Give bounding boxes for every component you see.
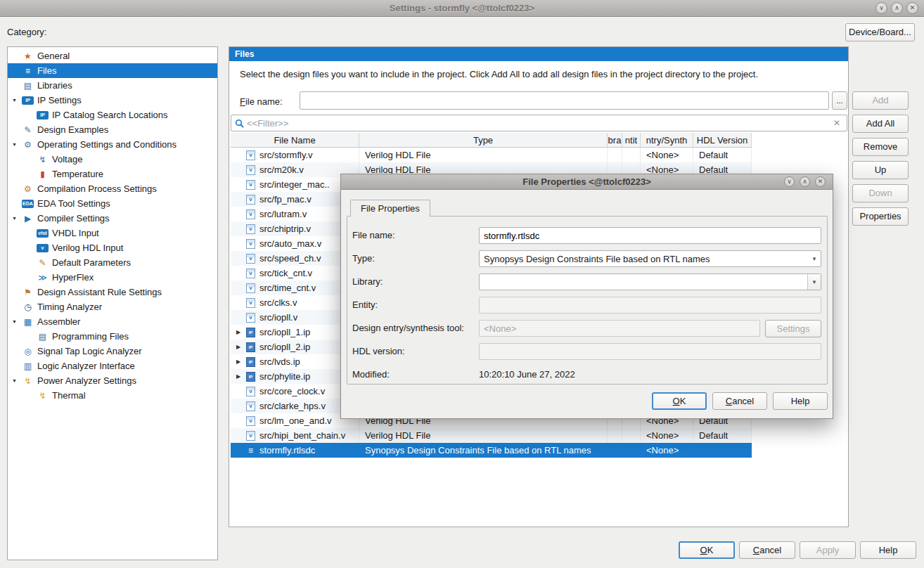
sidebar-item-files[interactable]: ≡Files	[8, 63, 217, 78]
hdl-version-label: HDL version:	[352, 346, 405, 356]
signal-tap-logic-analyzer-icon: ◎	[22, 347, 34, 356]
modified-label: Modified:	[352, 369, 390, 380]
sidebar-item-ip-catalog-search-locations[interactable]: IPIP Catalog Search Locations	[8, 108, 217, 122]
sidebar-item-label: Logic Analyzer Interface	[37, 361, 135, 371]
clear-filter-icon[interactable]	[833, 118, 840, 128]
sidebar-item-power-analyzer-settings[interactable]: ↯Power Analyzer Settings	[8, 373, 217, 388]
dialog-file-name-input[interactable]	[479, 227, 821, 244]
sidebar-item-label: Voltage	[52, 154, 82, 164]
sidebar-item-libraries[interactable]: ▤Libraries	[8, 78, 217, 93]
up-button[interactable]: Up	[852, 161, 909, 179]
expand-icon[interactable]	[236, 344, 246, 350]
sidebar-item-default-parameters[interactable]: ✎Default Parameters	[8, 255, 217, 270]
entity-input	[479, 297, 821, 314]
sidebar-item-voltage[interactable]: ↯Voltage	[8, 152, 217, 167]
search-icon	[235, 119, 244, 128]
compiler-settings-icon: ▶	[22, 214, 34, 223]
verilog-hdl-input-icon: v	[37, 244, 49, 252]
file-row-src-hipi-bent-chain-v[interactable]: src/hipi_bent_chain.vVerilog HDL File<No…	[231, 428, 752, 443]
column-header-file-name[interactable]: File Name	[231, 133, 359, 147]
sidebar-item-temperature[interactable]: ▮Temperature	[8, 167, 217, 181]
sidebar-item-signal-tap-logic-analyzer[interactable]: ◎Signal Tap Logic Analyzer	[8, 344, 217, 359]
expand-icon[interactable]	[236, 329, 246, 335]
sidebar-item-design-examples[interactable]: ✎Design Examples	[8, 122, 217, 137]
tab-file-properties[interactable]: File Properties	[350, 200, 430, 217]
file-table-header: File NameTypebrantitntry/SynthHDL Versio…	[231, 133, 752, 148]
column-header-bra[interactable]: bra	[608, 133, 622, 147]
footer-help-button[interactable]: Help	[860, 541, 916, 559]
close-button[interactable]	[906, 2, 918, 14]
window-title: Settings - stormfly <@ttolcf0223>	[0, 0, 924, 17]
library-dropdown-button[interactable]	[807, 274, 821, 290]
footer-ok-button[interactable]: OK	[679, 541, 735, 559]
file-name-input[interactable]	[300, 91, 829, 110]
browse-button[interactable]: ...	[832, 91, 847, 110]
file-name: src/chiptrip.v	[259, 224, 311, 234]
maximize-icon	[894, 5, 899, 11]
minimize-button[interactable]	[875, 2, 887, 14]
verilog-file-icon	[246, 283, 255, 293]
expand-icon[interactable]	[236, 373, 246, 380]
column-header-hdl-version[interactable]: HDL Version	[693, 133, 752, 147]
dialog-help-button[interactable]: Help	[773, 392, 828, 410]
add-button: Add	[852, 91, 909, 110]
sidebar-item-programming-files[interactable]: ▤Programming Files	[8, 329, 217, 344]
footer-cancel-button[interactable]: Cancel	[739, 541, 795, 559]
sidebar-item-label: VHDL Input	[52, 228, 99, 238]
sidebar-item-design-assistant-rule-settings[interactable]: ⚑Design Assistant Rule Settings	[8, 285, 217, 299]
ip-file-icon	[246, 328, 255, 337]
expand-icon[interactable]	[236, 359, 246, 365]
sidebar-item-operating-settings-and-conditions[interactable]: ⚙Operating Settings and Conditions	[8, 137, 217, 152]
sidebar-item-label: Compilation Process Settings	[37, 183, 157, 194]
library-combo[interactable]	[479, 273, 821, 290]
file-name: src/auto_max.v	[259, 238, 321, 249]
chevron-down-icon	[811, 279, 817, 285]
ip-settings-icon: IP	[22, 96, 34, 105]
sidebar-item-general[interactable]: ★General	[8, 49, 217, 63]
expander-icon[interactable]	[12, 216, 22, 221]
device-board-button[interactable]: Device/Board...	[845, 23, 915, 41]
sidebar-item-vhdl-input[interactable]: vhdVHDL Input	[8, 226, 217, 240]
sidebar-item-hyperflex[interactable]: ≫HyperFlex	[8, 270, 217, 285]
sidebar-item-label: General	[37, 51, 70, 61]
maximize-button[interactable]	[891, 2, 903, 14]
verilog-file-icon	[246, 313, 255, 323]
sidebar-item-eda-tool-settings[interactable]: EDAEDA Tool Settings	[8, 196, 217, 211]
add-all-button[interactable]: Add All	[852, 115, 909, 133]
type-dropdown[interactable]: Synopsys Design Constraints File based o…	[479, 250, 821, 267]
dialog-window-controls	[784, 176, 826, 187]
file-row-src-stormfly-v[interactable]: src/stormfly.vVerilog HDL File<None>Defa…	[231, 148, 752, 162]
column-header-type[interactable]: Type	[359, 133, 608, 147]
sidebar-item-thermal[interactable]: ↯Thermal	[8, 388, 217, 403]
logic-analyzer-interface-icon: ▥	[22, 362, 34, 370]
dialog-cancel-button[interactable]: Cancel	[712, 392, 767, 410]
file-row-stormfly-rtlsdc[interactable]: stormfly.rtlsdcSynopsys Design Constrain…	[231, 443, 752, 458]
compilation-process-settings-icon: ⚙	[22, 185, 34, 193]
window-titlebar[interactable]: Settings - stormfly <@ttolcf0223>	[0, 0, 924, 17]
column-header-ntit[interactable]: ntit	[622, 133, 641, 147]
entity-cell	[622, 428, 641, 443]
properties-button[interactable]: Properties	[852, 207, 909, 226]
dialog-minimize-button[interactable]	[784, 176, 795, 187]
expander-icon[interactable]	[12, 142, 22, 147]
sidebar-item-assembler[interactable]: ▦Assembler	[8, 314, 217, 329]
expander-icon[interactable]	[12, 378, 22, 383]
sidebar-item-compiler-settings[interactable]: ▶Compiler Settings	[8, 211, 217, 226]
operating-settings-icon: ⚙	[22, 141, 34, 149]
dialog-titlebar[interactable]: File Properties <@ttolcf0223>	[341, 174, 833, 190]
filter-input[interactable]	[247, 118, 833, 129]
expander-icon[interactable]	[12, 319, 22, 324]
dialog-ok-button[interactable]: OK	[652, 392, 707, 410]
sidebar-item-verilog-hdl-input[interactable]: vVerilog HDL Input	[8, 240, 217, 255]
sidebar-item-ip-settings[interactable]: IPIP Settings	[8, 93, 217, 108]
remove-button[interactable]: Remove	[852, 138, 909, 156]
sidebar-item-logic-analyzer-interface[interactable]: ▥Logic Analyzer Interface	[8, 359, 217, 373]
expander-icon[interactable]	[12, 98, 22, 103]
dialog-maximize-button[interactable]	[800, 176, 810, 187]
sidebar-item-timing-analyzer[interactable]: ◷Timing Analyzer	[8, 299, 217, 314]
dialog-close-button[interactable]	[815, 176, 826, 187]
sidebar-item-label: Design Assistant Rule Settings	[37, 287, 162, 297]
general-icon: ★	[22, 52, 34, 60]
column-header-ntry-synth[interactable]: ntry/Synth	[641, 133, 693, 147]
sidebar-item-compilation-process-settings[interactable]: ⚙Compilation Process Settings	[8, 181, 217, 196]
